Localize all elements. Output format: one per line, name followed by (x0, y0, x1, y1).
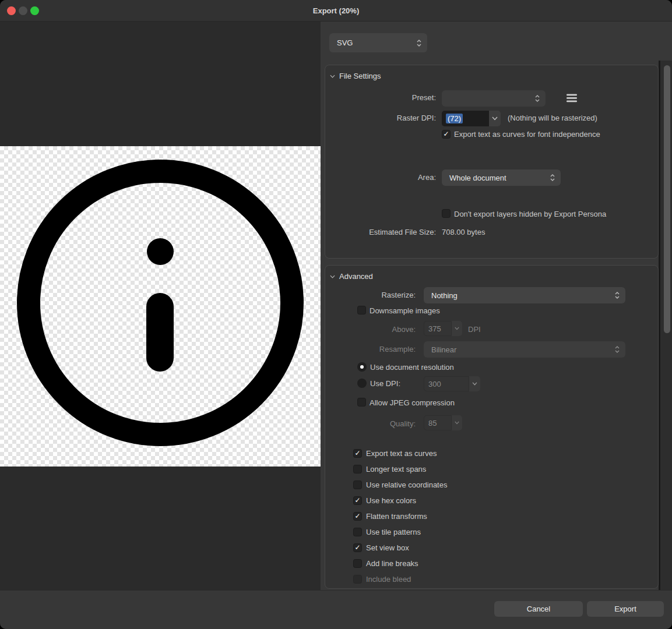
window-title: Export (20%) (0, 0, 672, 22)
use-relative-coordinates-checkbox[interactable]: ✓ (353, 480, 362, 489)
preview-pane (0, 22, 321, 590)
use-hex-colors-checkbox[interactable]: ✓ (353, 496, 362, 505)
resample-label: Resample: (325, 345, 416, 354)
raster-dpi-label: Raster DPI: (325, 114, 436, 122)
area-label: Area: (325, 173, 436, 182)
advanced-title: Advanced (339, 272, 373, 281)
above-dpi-input[interactable]: 375 (424, 321, 452, 336)
allow-jpeg-label: Allow JPEG compression (370, 398, 455, 407)
option-label: Use relative coordinates (366, 480, 447, 489)
option-row: ✓ Longer text spans (353, 465, 447, 473)
disclosure-chevron-icon (330, 75, 335, 78)
preset-label: Preset: (325, 93, 436, 102)
dont-export-hidden-checkbox[interactable]: ✓ (442, 209, 451, 218)
info-icon-dot (147, 238, 174, 265)
file-settings-header[interactable]: File Settings (330, 72, 381, 80)
raster-dpi-hint: (Nothing will be rasterized) (508, 114, 597, 122)
settings-pane: SVG File Settings Preset: (321, 22, 672, 590)
area-select-value: Whole document (442, 174, 550, 182)
downsample-label: Downsample images (370, 306, 440, 315)
dialog-footer: Cancel Export (0, 590, 672, 629)
export-dialog: Export (20%) SVG File (0, 0, 672, 629)
raster-dpi-value: (72) (446, 114, 463, 123)
disclosure-chevron-icon (330, 275, 335, 278)
export-preview-image (0, 146, 321, 467)
option-label: Use hex colors (366, 496, 416, 505)
use-dpi-dropdown-button[interactable] (469, 376, 480, 391)
above-dpi-dropdown-button[interactable] (452, 321, 462, 336)
quality-dropdown-button[interactable] (452, 415, 462, 430)
export-text-curves-font-label: Export text as curves for font independe… (454, 130, 600, 139)
export-button[interactable]: Export (587, 601, 664, 617)
use-dpi-input[interactable]: 300 (424, 376, 469, 391)
rasterize-select-value: Nothing (424, 291, 614, 300)
option-row: ✓ Use hex colors (353, 496, 447, 505)
raster-dpi-dropdown-button[interactable] (489, 111, 501, 126)
preset-menu-icon[interactable] (567, 94, 577, 103)
estimated-size-label: Estimated File Size: (325, 228, 436, 236)
stepper-chevrons-icon (416, 38, 427, 48)
add-line-breaks-checkbox[interactable]: ✓ (353, 559, 362, 568)
format-select[interactable]: SVG (329, 33, 427, 52)
option-row: ✓ Use tile patterns (353, 528, 447, 536)
downsample-checkbox[interactable]: ✓ (357, 306, 366, 314)
advanced-group: Advanced Rasterize: Nothing ✓ Downsample… (325, 265, 659, 589)
option-label: Export text as curves (366, 449, 437, 458)
quality-label: Quality: (325, 419, 416, 428)
file-settings-title: File Settings (339, 72, 381, 80)
scrollbar-thumb[interactable] (664, 65, 670, 333)
chevron-down-icon (455, 327, 459, 330)
chevron-down-icon (492, 116, 498, 121)
rasterize-label: Rasterize: (325, 291, 416, 299)
option-row: ✓ Export text as curves (353, 449, 447, 458)
set-view-box-checkbox[interactable]: ✓ (353, 543, 362, 552)
use-dpi-radio[interactable] (357, 379, 367, 388)
file-settings-group: File Settings Preset: Raster DPI: (72) (325, 65, 659, 259)
use-document-resolution-label: Use document resolution (370, 363, 454, 372)
above-label: Above: (325, 325, 416, 334)
svg-options-list: ✓ Export text as curves ✓ Longer text sp… (353, 449, 447, 591)
cancel-button[interactable]: Cancel (494, 601, 583, 617)
title-bar: Export (20%) (0, 0, 672, 22)
flatten-transforms-checkbox[interactable]: ✓ (353, 512, 362, 521)
check-icon: ✓ (354, 513, 361, 520)
resample-select-value: Bilinear (424, 345, 614, 354)
stepper-chevrons-icon (614, 345, 625, 354)
longer-text-spans-checkbox[interactable]: ✓ (353, 465, 362, 473)
option-row: ✓ Use relative coordinates (353, 480, 447, 489)
advanced-header[interactable]: Advanced (330, 272, 373, 281)
option-label: Use tile patterns (366, 528, 421, 536)
stepper-chevrons-icon (550, 173, 561, 182)
include-bleed-checkbox[interactable]: ✓ (353, 575, 362, 584)
rasterize-select[interactable]: Nothing (424, 287, 625, 303)
above-dpi-suffix: DPI (468, 325, 481, 334)
check-icon: ✓ (354, 497, 361, 504)
raster-dpi-input[interactable]: (72) (442, 111, 489, 126)
allow-jpeg-checkbox[interactable]: ✓ (357, 398, 366, 407)
export-text-curves-checkbox[interactable]: ✓ (353, 449, 362, 458)
scrollbar-track[interactable] (659, 61, 672, 590)
quality-input[interactable]: 85 (424, 415, 452, 430)
option-label: Flatten transforms (366, 512, 427, 521)
check-icon: ✓ (354, 450, 361, 457)
use-document-resolution-radio[interactable] (357, 362, 367, 372)
resample-select[interactable]: Bilinear (424, 341, 625, 358)
use-tile-patterns-checkbox[interactable]: ✓ (353, 528, 362, 536)
option-label: Include bleed (366, 575, 411, 584)
option-label: Longer text spans (366, 465, 426, 473)
preset-select[interactable] (442, 90, 546, 107)
format-select-value: SVG (329, 38, 416, 47)
option-row: ✓ Set view box (353, 543, 447, 552)
estimated-size-value: 708.00 bytes (442, 228, 485, 236)
area-select[interactable]: Whole document (442, 169, 561, 186)
check-icon: ✓ (442, 130, 450, 138)
use-dpi-label: Use DPI: (370, 379, 400, 388)
option-row: ✓ Include bleed (353, 575, 447, 584)
stepper-chevrons-icon (534, 94, 546, 103)
export-text-curves-font-checkbox[interactable]: ✓ (442, 130, 451, 139)
stepper-chevrons-icon (614, 291, 625, 300)
option-row: ✓ Flatten transforms (353, 512, 447, 521)
chevron-down-icon (455, 421, 459, 425)
dont-export-hidden-label: Don't export layers hidden by Export Per… (454, 210, 606, 218)
check-icon: ✓ (354, 544, 361, 552)
